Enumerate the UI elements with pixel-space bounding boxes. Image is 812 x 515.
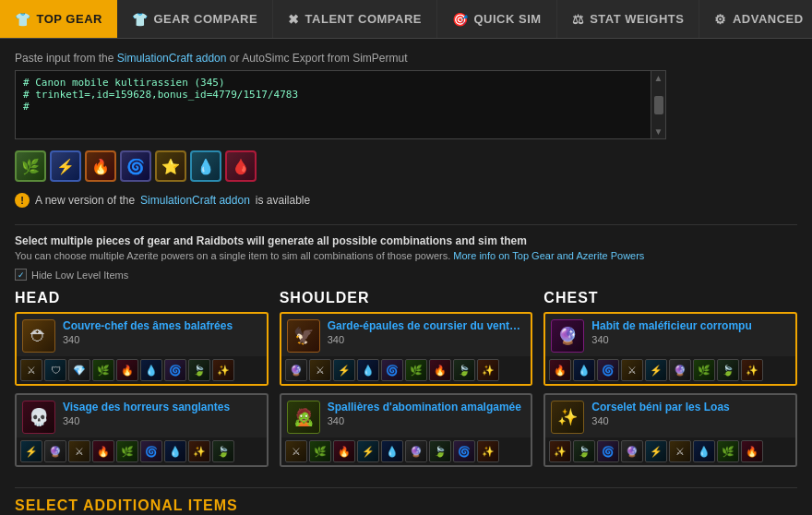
- gear-name-shoulder-2[interactable]: Spallières d'abomination amalgamée: [328, 401, 524, 413]
- stat-icon[interactable]: ⚡: [357, 440, 379, 462]
- stat-icon[interactable]: 🌀: [140, 440, 162, 462]
- gear-card-chest-2[interactable]: ✨ Corselet béni par les Loas 340 ✨ 🍃 🌀 🔮…: [543, 393, 797, 467]
- paste-section: Paste input from the SimulationCraft add…: [15, 52, 797, 139]
- stat-icon[interactable]: 💧: [573, 359, 595, 381]
- stat-icon[interactable]: ⚡: [20, 440, 42, 462]
- stat-icon[interactable]: 🛡: [44, 359, 66, 381]
- textarea-scrollbar[interactable]: ▲ ▼: [651, 70, 666, 139]
- gear-item-icon-head-2: 💀: [22, 401, 55, 434]
- gear-card-head-2[interactable]: 💀 Visage des horreurs sanglantes 340 ⚡ 🔮…: [15, 393, 269, 467]
- talent-icon-7[interactable]: 🩸: [225, 150, 257, 182]
- scroll-down-arrow[interactable]: ▼: [654, 126, 663, 137]
- gear-name-chest-2[interactable]: Corselet béni par les Loas: [591, 401, 788, 413]
- stat-icon[interactable]: ✨: [477, 440, 499, 462]
- nav-item-advanced[interactable]: ⚙ ADVANCED: [699, 0, 812, 38]
- stat-icon[interactable]: 💧: [693, 440, 715, 462]
- gear-name-head-1[interactable]: Couvre-chef des âmes balafrées: [63, 319, 259, 332]
- stat-icons-shoulder-2: ⚔ 🌿 🔥 ⚡ 💧 🔮 🍃 🌀 ✨: [281, 437, 531, 465]
- talent-icon-3[interactable]: 🔥: [85, 150, 116, 182]
- stat-icon[interactable]: ✨: [477, 359, 499, 381]
- gear-info-chest-1: Habit de maléficieur corrompu 340: [591, 319, 788, 345]
- stat-icon[interactable]: 🍃: [188, 359, 210, 381]
- talent-icon-4[interactable]: 🌀: [120, 150, 151, 182]
- stat-icon[interactable]: 🔮: [285, 359, 307, 381]
- warning-icon: !: [15, 193, 30, 208]
- scroll-up-arrow[interactable]: ▲: [654, 73, 663, 83]
- gear-name-shoulder-1[interactable]: Garde-épaules de coursier du vent de Pa'…: [328, 319, 524, 332]
- simcraft-addon-warning-link[interactable]: SimulationCraft addon: [140, 194, 250, 207]
- azerite-info-link[interactable]: More info on Top Gear and Azerite Powers: [453, 250, 644, 261]
- stat-icon[interactable]: 💧: [140, 359, 162, 381]
- stat-icon[interactable]: ✨: [741, 359, 763, 381]
- gear-item-icon-shoulder-1: 🦅: [287, 319, 320, 353]
- gear-card-head-1[interactable]: ⛑ Couvre-chef des âmes balafrées 340 ⚔ 🛡…: [15, 312, 269, 386]
- column-header-head: HEAD: [15, 290, 269, 306]
- gear-card-shoulder-1[interactable]: 🦅 Garde-épaules de coursier du vent de P…: [280, 312, 533, 386]
- stat-icon[interactable]: 🔮: [669, 359, 691, 381]
- stat-icon[interactable]: 🌿: [309, 440, 331, 462]
- talent-icon-2[interactable]: ⚡: [50, 150, 81, 182]
- stat-icon[interactable]: ✨: [188, 440, 210, 462]
- stat-icon[interactable]: ⚔: [669, 440, 691, 462]
- stat-icon[interactable]: ⚔: [621, 359, 643, 381]
- stat-icon[interactable]: 💧: [357, 359, 379, 381]
- nav-item-stat-weights[interactable]: ⚖ STAT WEIGHTS: [557, 0, 700, 38]
- stat-icon[interactable]: 🌿: [717, 440, 739, 462]
- stat-icon[interactable]: 🔥: [92, 440, 114, 462]
- stat-icon[interactable]: 🌀: [453, 440, 475, 462]
- gear-card-top-shoulder-1: 🦅 Garde-épaules de coursier du vent de P…: [281, 314, 531, 356]
- stat-icon[interactable]: 💎: [68, 359, 90, 381]
- gear-name-head-2[interactable]: Visage des horreurs sanglantes: [63, 401, 259, 413]
- stat-icon[interactable]: 🌀: [597, 440, 619, 462]
- warning-bar: ! A new version of the SimulationCraft a…: [15, 189, 797, 211]
- scroll-handle[interactable]: [654, 96, 663, 114]
- stat-icon[interactable]: ✨: [212, 359, 234, 381]
- gear-name-chest-1[interactable]: Habit de maléficieur corrompu: [591, 319, 788, 332]
- stat-icon[interactable]: ⚔: [285, 440, 307, 462]
- stat-icon[interactable]: 🍃: [429, 440, 451, 462]
- stat-icon[interactable]: ✨: [549, 440, 571, 462]
- talent-icon-5[interactable]: ⭐: [155, 150, 186, 182]
- nav-item-talent-compare[interactable]: ✖ TALENT COMPARE: [273, 0, 437, 38]
- stat-icon[interactable]: ⚡: [645, 440, 667, 462]
- stat-icon[interactable]: ⚔: [20, 359, 42, 381]
- gear-card-chest-1[interactable]: 🔮 Habit de maléficieur corrompu 340 🔥 💧 …: [543, 312, 797, 386]
- stat-icon[interactable]: ⚔: [68, 440, 90, 462]
- stat-icon[interactable]: 🌿: [405, 359, 427, 381]
- stat-icon[interactable]: ⚔: [309, 359, 331, 381]
- stat-icon[interactable]: ⚡: [645, 359, 667, 381]
- stat-icon[interactable]: 💧: [381, 440, 403, 462]
- stat-icon[interactable]: 🍃: [717, 359, 739, 381]
- gear-card-shoulder-2[interactable]: 🧟 Spallières d'abomination amalgamée 340…: [280, 393, 533, 467]
- stat-icon[interactable]: 🔮: [44, 440, 66, 462]
- hide-low-level-checkbox-label[interactable]: ✓ Hide Low Level Items: [15, 269, 797, 281]
- stat-icon[interactable]: 🌀: [164, 359, 186, 381]
- stat-icon[interactable]: 🔥: [741, 440, 763, 462]
- stat-icon[interactable]: 🌀: [381, 359, 403, 381]
- simcraft-addon-link[interactable]: SimulationCraft addon: [117, 52, 227, 65]
- nav-item-gear-compare[interactable]: 👕 GEAR COMPARE: [117, 0, 273, 38]
- stat-icon[interactable]: 🔥: [116, 359, 138, 381]
- stat-icon[interactable]: 🔮: [621, 440, 643, 462]
- stat-icon[interactable]: 🍃: [212, 440, 234, 462]
- paste-textarea[interactable]: # Canon mobile kultirassien (345) # trin…: [15, 70, 651, 139]
- stat-icon[interactable]: 🌀: [597, 359, 619, 381]
- talent-icon-1[interactable]: 🌿: [15, 150, 46, 182]
- stat-icon[interactable]: 🍃: [573, 440, 595, 462]
- stat-icon[interactable]: 🌿: [116, 440, 138, 462]
- nav-item-quick-sim[interactable]: 🎯 QUICK SIM: [437, 0, 557, 38]
- gear-ilvl-chest-2: 340: [591, 415, 788, 426]
- stat-icon[interactable]: 🍃: [453, 359, 475, 381]
- stat-icon[interactable]: 🔥: [549, 359, 571, 381]
- nav-item-top-gear[interactable]: 👕 Top GEAR: [0, 0, 117, 38]
- hide-low-level-checkbox[interactable]: ✓: [15, 269, 27, 281]
- stat-icon[interactable]: 🌿: [693, 359, 715, 381]
- stat-icon[interactable]: 🔥: [429, 359, 451, 381]
- talent-icon-6[interactable]: 💧: [190, 150, 221, 182]
- stat-icon[interactable]: 🔥: [333, 440, 355, 462]
- stat-icon[interactable]: 💧: [164, 440, 186, 462]
- stat-icon[interactable]: ⚡: [333, 359, 355, 381]
- stat-icon[interactable]: 🔮: [405, 440, 427, 462]
- stat-icon[interactable]: 🌿: [92, 359, 114, 381]
- stat-icons-head-1: ⚔ 🛡 💎 🌿 🔥 💧 🌀 🍃 ✨: [17, 356, 267, 384]
